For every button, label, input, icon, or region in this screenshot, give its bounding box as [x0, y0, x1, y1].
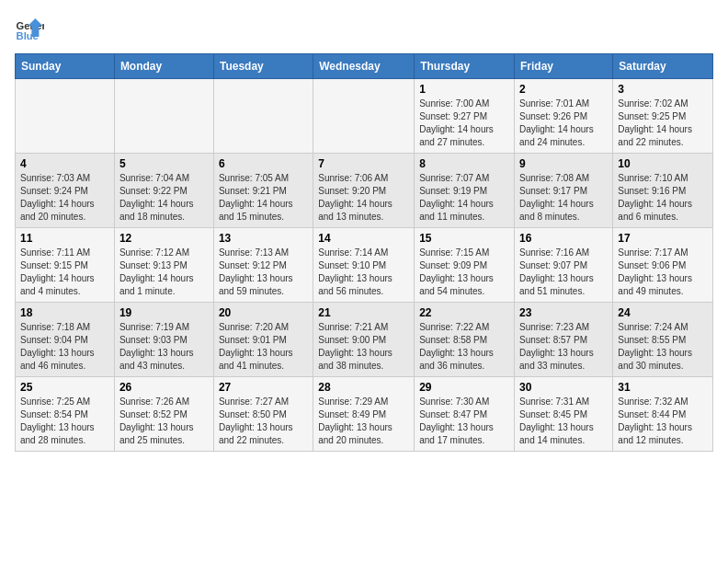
day-number: 9: [519, 157, 608, 170]
calendar-day-cell: 14Sunrise: 7:14 AM Sunset: 9:10 PM Dayli…: [313, 228, 415, 303]
weekday-header: Friday: [515, 54, 613, 79]
day-number: 31: [618, 381, 708, 394]
day-info: Sunrise: 7:05 AM Sunset: 9:21 PM Dayligh…: [219, 172, 308, 224]
calendar-week-row: 4Sunrise: 7:03 AM Sunset: 9:24 PM Daylig…: [16, 154, 713, 228]
day-number: 5: [119, 157, 209, 170]
day-number: 18: [20, 306, 109, 319]
calendar-day-cell: 21Sunrise: 7:21 AM Sunset: 9:00 PM Dayli…: [313, 303, 415, 377]
day-info: Sunrise: 7:32 AM Sunset: 8:44 PM Dayligh…: [618, 396, 708, 447]
calendar-week-row: 1Sunrise: 7:00 AM Sunset: 9:27 PM Daylig…: [16, 79, 713, 154]
weekday-header-row: SundayMondayTuesdayWednesdayThursdayFrid…: [16, 54, 713, 79]
calendar-day-cell: 29Sunrise: 7:30 AM Sunset: 8:47 PM Dayli…: [415, 377, 515, 452]
day-number: 24: [618, 306, 708, 319]
day-info: Sunrise: 7:21 AM Sunset: 9:00 PM Dayligh…: [318, 321, 409, 373]
calendar-day-cell: 4Sunrise: 7:03 AM Sunset: 9:24 PM Daylig…: [16, 154, 115, 228]
day-info: Sunrise: 7:12 AM Sunset: 9:13 PM Dayligh…: [119, 247, 209, 298]
day-number: 10: [618, 157, 708, 170]
day-info: Sunrise: 7:15 AM Sunset: 9:09 PM Dayligh…: [419, 247, 509, 298]
day-info: Sunrise: 7:00 AM Sunset: 9:27 PM Dayligh…: [419, 98, 509, 149]
day-number: 8: [419, 157, 509, 170]
day-number: 26: [119, 381, 209, 394]
day-number: 1: [419, 83, 509, 96]
weekday-header: Monday: [114, 54, 213, 79]
logo: General Blue: [15, 15, 48, 44]
day-number: 23: [519, 306, 608, 319]
weekday-header: Tuesday: [213, 54, 313, 79]
calendar-day-cell: 7Sunrise: 7:06 AM Sunset: 9:20 PM Daylig…: [313, 154, 415, 228]
calendar-day-cell: 10Sunrise: 7:10 AM Sunset: 9:16 PM Dayli…: [613, 154, 713, 228]
calendar-day-cell: 18Sunrise: 7:18 AM Sunset: 9:04 PM Dayli…: [16, 303, 115, 377]
calendar-day-cell: 15Sunrise: 7:15 AM Sunset: 9:09 PM Dayli…: [415, 228, 515, 303]
calendar-day-cell: 2Sunrise: 7:01 AM Sunset: 9:26 PM Daylig…: [515, 79, 613, 154]
day-number: 15: [419, 232, 509, 245]
day-info: Sunrise: 7:08 AM Sunset: 9:17 PM Dayligh…: [519, 172, 608, 224]
calendar-week-row: 11Sunrise: 7:11 AM Sunset: 9:15 PM Dayli…: [16, 228, 713, 303]
calendar-day-cell: 17Sunrise: 7:17 AM Sunset: 9:06 PM Dayli…: [613, 228, 713, 303]
calendar-day-cell: 25Sunrise: 7:25 AM Sunset: 8:54 PM Dayli…: [16, 377, 115, 452]
day-number: 19: [119, 306, 209, 319]
day-info: Sunrise: 7:10 AM Sunset: 9:16 PM Dayligh…: [618, 172, 708, 224]
day-info: Sunrise: 7:04 AM Sunset: 9:22 PM Dayligh…: [119, 172, 209, 224]
day-info: Sunrise: 7:16 AM Sunset: 9:07 PM Dayligh…: [519, 247, 608, 298]
day-number: 3: [618, 83, 708, 96]
day-info: Sunrise: 7:25 AM Sunset: 8:54 PM Dayligh…: [20, 396, 109, 447]
calendar-week-row: 25Sunrise: 7:25 AM Sunset: 8:54 PM Dayli…: [16, 377, 713, 452]
day-info: Sunrise: 7:11 AM Sunset: 9:15 PM Dayligh…: [20, 247, 109, 298]
day-info: Sunrise: 7:30 AM Sunset: 8:47 PM Dayligh…: [419, 396, 509, 447]
calendar-day-cell: 8Sunrise: 7:07 AM Sunset: 9:19 PM Daylig…: [415, 154, 515, 228]
day-info: Sunrise: 7:23 AM Sunset: 8:57 PM Dayligh…: [519, 321, 608, 373]
calendar-day-cell: [16, 79, 115, 154]
day-number: 27: [219, 381, 308, 394]
calendar-table: SundayMondayTuesdayWednesdayThursdayFrid…: [15, 53, 713, 452]
day-number: 20: [219, 306, 308, 319]
day-number: 13: [219, 232, 308, 245]
day-info: Sunrise: 7:07 AM Sunset: 9:19 PM Dayligh…: [419, 172, 509, 224]
day-number: 6: [219, 157, 308, 170]
calendar-header: SundayMondayTuesdayWednesdayThursdayFrid…: [16, 54, 713, 79]
day-info: Sunrise: 7:26 AM Sunset: 8:52 PM Dayligh…: [119, 396, 209, 447]
day-number: 4: [20, 157, 109, 170]
calendar-day-cell: 6Sunrise: 7:05 AM Sunset: 9:21 PM Daylig…: [213, 154, 313, 228]
day-info: Sunrise: 7:13 AM Sunset: 9:12 PM Dayligh…: [219, 247, 308, 298]
calendar-day-cell: 16Sunrise: 7:16 AM Sunset: 9:07 PM Dayli…: [515, 228, 613, 303]
day-info: Sunrise: 7:31 AM Sunset: 8:45 PM Dayligh…: [519, 396, 608, 447]
calendar-day-cell: 1Sunrise: 7:00 AM Sunset: 9:27 PM Daylig…: [415, 79, 515, 154]
day-info: Sunrise: 7:29 AM Sunset: 8:49 PM Dayligh…: [318, 396, 409, 447]
calendar-day-cell: 13Sunrise: 7:13 AM Sunset: 9:12 PM Dayli…: [213, 228, 313, 303]
day-number: 7: [318, 157, 409, 170]
calendar-body: 1Sunrise: 7:00 AM Sunset: 9:27 PM Daylig…: [16, 79, 713, 452]
weekday-header: Wednesday: [313, 54, 415, 79]
calendar-day-cell: 12Sunrise: 7:12 AM Sunset: 9:13 PM Dayli…: [114, 228, 213, 303]
day-number: 30: [519, 381, 608, 394]
calendar-day-cell: [313, 79, 415, 154]
calendar-week-row: 18Sunrise: 7:18 AM Sunset: 9:04 PM Dayli…: [16, 303, 713, 377]
day-number: 14: [318, 232, 409, 245]
day-info: Sunrise: 7:20 AM Sunset: 9:01 PM Dayligh…: [219, 321, 308, 373]
day-info: Sunrise: 7:02 AM Sunset: 9:25 PM Dayligh…: [618, 98, 708, 149]
day-info: Sunrise: 7:27 AM Sunset: 8:50 PM Dayligh…: [219, 396, 308, 447]
weekday-header: Sunday: [16, 54, 115, 79]
calendar-day-cell: 23Sunrise: 7:23 AM Sunset: 8:57 PM Dayli…: [515, 303, 613, 377]
day-info: Sunrise: 7:06 AM Sunset: 9:20 PM Dayligh…: [318, 172, 409, 224]
calendar-day-cell: 28Sunrise: 7:29 AM Sunset: 8:49 PM Dayli…: [313, 377, 415, 452]
day-number: 11: [20, 232, 109, 245]
day-info: Sunrise: 7:24 AM Sunset: 8:55 PM Dayligh…: [618, 321, 708, 373]
calendar-day-cell: 22Sunrise: 7:22 AM Sunset: 8:58 PM Dayli…: [415, 303, 515, 377]
day-info: Sunrise: 7:03 AM Sunset: 9:24 PM Dayligh…: [20, 172, 109, 224]
day-number: 21: [318, 306, 409, 319]
calendar-day-cell: 9Sunrise: 7:08 AM Sunset: 9:17 PM Daylig…: [515, 154, 613, 228]
calendar-day-cell: 3Sunrise: 7:02 AM Sunset: 9:25 PM Daylig…: [613, 79, 713, 154]
logo-icon: General Blue: [15, 15, 44, 44]
day-info: Sunrise: 7:19 AM Sunset: 9:03 PM Dayligh…: [119, 321, 209, 373]
day-info: Sunrise: 7:01 AM Sunset: 9:26 PM Dayligh…: [519, 98, 608, 149]
day-info: Sunrise: 7:18 AM Sunset: 9:04 PM Dayligh…: [20, 321, 109, 373]
day-number: 17: [618, 232, 708, 245]
weekday-header: Saturday: [613, 54, 713, 79]
calendar-day-cell: [114, 79, 213, 154]
day-number: 22: [419, 306, 509, 319]
calendar-day-cell: 24Sunrise: 7:24 AM Sunset: 8:55 PM Dayli…: [613, 303, 713, 377]
calendar-day-cell: 31Sunrise: 7:32 AM Sunset: 8:44 PM Dayli…: [613, 377, 713, 452]
day-number: 29: [419, 381, 509, 394]
day-info: Sunrise: 7:14 AM Sunset: 9:10 PM Dayligh…: [318, 247, 409, 298]
page-header: General Blue: [15, 15, 713, 44]
